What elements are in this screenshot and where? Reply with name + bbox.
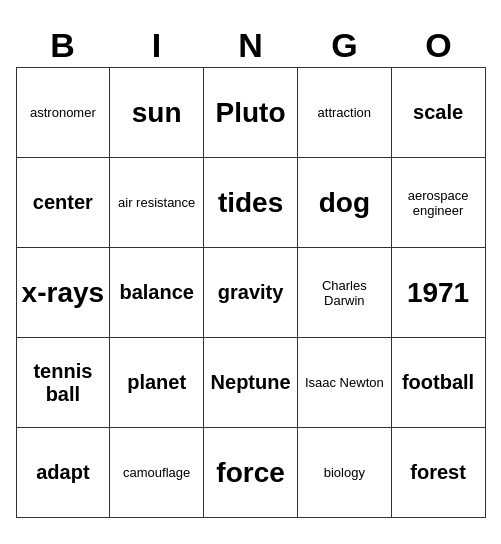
bingo-cell: scale [391,68,485,158]
bingo-cell: Isaac Newton [298,338,392,428]
bingo-cell: gravity [204,248,298,338]
bingo-header-letter: G [298,26,392,67]
bingo-cell: Pluto [204,68,298,158]
bingo-header: BINGO [16,26,486,67]
bingo-header-letter: B [16,26,110,67]
bingo-cell: biology [298,428,392,518]
bingo-cell: Neptune [204,338,298,428]
bingo-cell: 1971 [391,248,485,338]
bingo-cell: forest [391,428,485,518]
bingo-cell: balance [110,248,204,338]
bingo-header-letter: O [392,26,486,67]
bingo-cell: aerospace engineer [391,158,485,248]
bingo-cell: attraction [298,68,392,158]
bingo-cell: air resistance [110,158,204,248]
bingo-cell: Charles Darwin [298,248,392,338]
bingo-cell: camouflage [110,428,204,518]
bingo-cell: sun [110,68,204,158]
bingo-header-letter: N [204,26,298,67]
bingo-cell: center [16,158,110,248]
bingo-cell: dog [298,158,392,248]
bingo-header-letter: I [110,26,204,67]
bingo-cell: planet [110,338,204,428]
bingo-cell: x-rays [16,248,110,338]
bingo-cell: force [204,428,298,518]
bingo-grid: astronomersunPlutoattractionscalecentera… [16,67,486,518]
bingo-cell: tides [204,158,298,248]
bingo-cell: adapt [16,428,110,518]
bingo-cell: football [391,338,485,428]
bingo-cell: astronomer [16,68,110,158]
bingo-cell: tennis ball [16,338,110,428]
